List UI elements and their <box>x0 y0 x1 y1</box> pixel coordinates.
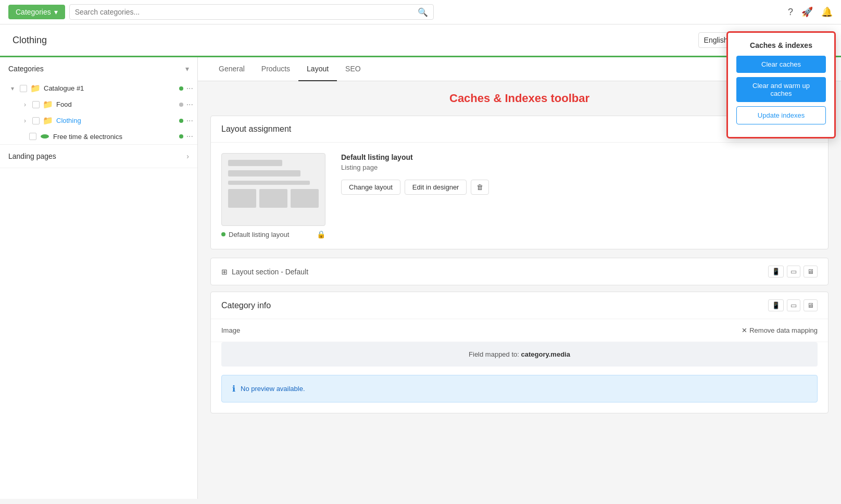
language-label: English <box>704 36 728 44</box>
checkbox-catalogue1[interactable] <box>20 85 27 92</box>
status-dot-food <box>179 103 183 107</box>
page-title: Clothing <box>12 35 47 46</box>
info-icon: ℹ <box>232 384 235 394</box>
folder-icon: 📁 <box>30 83 41 93</box>
sidebar-landing-section: Landing pages › <box>0 145 197 168</box>
categories-label: Categories <box>16 8 51 16</box>
layout-actions: Change layout Edit in designer 🗑 <box>341 180 818 195</box>
sidebar-categories-label: Categories <box>8 65 44 73</box>
grid-icon: ⊞ <box>221 268 228 276</box>
search-input[interactable] <box>75 5 418 19</box>
tree-label-clothing: Clothing <box>56 117 176 124</box>
preview-bar-1 <box>228 160 282 166</box>
folder-icon-clothing: 📁 <box>43 116 53 125</box>
expand-btn-clothing[interactable]: › <box>21 117 29 124</box>
layout-assignment-content: Default listing layout 🔒 Default listing… <box>221 153 818 238</box>
update-indexes-button[interactable]: Update indexes <box>736 106 826 124</box>
field-mapped-area: Field mapped to: category.media <box>221 342 818 367</box>
tree-label-catalogue1: Catalogue #1 <box>44 84 176 92</box>
tab-general[interactable]: General <box>210 57 253 81</box>
status-dot-free-electronics <box>179 134 183 138</box>
tree-label-food: Food <box>56 100 176 108</box>
category-info-card: Category info 📱 ▭ 🖥 Image ✕ Remove data … <box>210 292 829 413</box>
chevron-right-icon: › <box>186 152 189 160</box>
image-row: Image ✕ Remove data mapping <box>211 319 828 342</box>
status-circle-icon <box>41 134 49 138</box>
preview-block-2 <box>259 189 287 208</box>
category-info-title: Category info <box>221 301 271 310</box>
caches-popup: Caches & indexes Clear caches Clear and … <box>726 31 836 138</box>
more-btn-free-electronics[interactable]: ··· <box>186 132 193 141</box>
tree-item-food[interactable]: › 📁 Food ··· <box>0 96 197 112</box>
preview-bar-3 <box>228 181 310 185</box>
main-layout: Categories ▾ ▾ 📁 Catalogue #1 ··· › 📁 Fo… <box>0 57 841 499</box>
tab-layout[interactable]: Layout <box>298 57 337 81</box>
expand-btn-catalogue1[interactable]: ▾ <box>8 85 17 92</box>
no-preview-area: ℹ No preview available. <box>221 375 818 402</box>
layout-section-header: ⊞ Layout section - Default 📱 ▭ 🖥 <box>210 258 829 285</box>
expand-btn-food[interactable]: › <box>21 101 29 108</box>
top-right-icons: ? 🚀 🔔 <box>788 6 833 18</box>
delete-layout-button[interactable]: 🗑 <box>471 180 489 195</box>
help-button[interactable]: ? <box>788 7 793 18</box>
sidebar-categories-section: Categories ▾ ▾ 📁 Catalogue #1 ··· › 📁 Fo… <box>0 57 197 145</box>
field-mapped-text: Field mapped to: <box>469 350 521 358</box>
change-layout-button[interactable]: Change layout <box>341 180 400 195</box>
x-icon: ✕ <box>742 326 747 334</box>
more-btn-catalogue1[interactable]: ··· <box>186 84 193 93</box>
mobile-icon-btn[interactable]: 📱 <box>768 266 784 278</box>
layout-info-subtitle: Listing page <box>341 163 818 171</box>
folder-icon-food: 📁 <box>43 99 53 109</box>
layout-preview: Default listing layout 🔒 <box>221 153 325 238</box>
device-icons-2: 📱 ▭ 🖥 <box>768 299 818 311</box>
tablet-icon-btn[interactable]: ▭ <box>787 266 800 278</box>
checkbox-food[interactable] <box>32 101 40 108</box>
more-btn-food[interactable]: ··· <box>186 100 193 109</box>
bell-icon: 🔔 <box>821 6 833 18</box>
tree-item-catalogue1[interactable]: ▾ 📁 Catalogue #1 ··· <box>0 80 197 96</box>
green-dot-icon <box>221 232 225 236</box>
mobile-icon-btn-2[interactable]: 📱 <box>768 299 784 311</box>
layout-assignment-body: Default listing layout 🔒 Default listing… <box>211 143 828 249</box>
categories-dropdown-btn[interactable]: Categories ▾ <box>8 5 65 19</box>
remove-mapping-btn[interactable]: ✕ Remove data mapping <box>742 326 818 334</box>
tablet-icon-btn-2[interactable]: ▭ <box>787 299 800 311</box>
tab-seo[interactable]: SEO <box>337 57 369 81</box>
image-label: Image <box>221 326 240 334</box>
checkbox-free-electronics[interactable] <box>29 133 36 140</box>
layout-info: Default listing layout Listing page Chan… <box>341 153 818 195</box>
sidebar: Categories ▾ ▾ 📁 Catalogue #1 ··· › 📁 Fo… <box>0 57 198 499</box>
desktop-icon-btn[interactable]: 🖥 <box>804 266 818 278</box>
more-btn-clothing[interactable]: ··· <box>186 116 193 125</box>
notifications-button[interactable]: 🔔 <box>821 6 833 18</box>
trash-icon: 🗑 <box>476 183 483 191</box>
layout-label: Default listing layout 🔒 <box>221 230 325 238</box>
chevron-down-icon: ▾ <box>185 65 189 73</box>
top-bar: Categories ▾ 🔍 ? 🚀 🔔 <box>0 0 841 24</box>
clear-caches-button[interactable]: Clear caches <box>736 56 826 73</box>
field-value: category.media <box>521 350 570 358</box>
page-header: Clothing English ▾ Cancel Save <box>0 24 841 57</box>
remove-mapping-text: Remove data mapping <box>749 326 818 334</box>
caches-popup-title: Caches & indexes <box>736 41 826 49</box>
tree-item-free-electronics[interactable]: Free time & electronics ··· <box>0 129 197 144</box>
sidebar-landing-label: Landing pages <box>8 152 56 160</box>
chevron-down-icon: ▾ <box>54 8 58 16</box>
layout-info-title: Default listing layout <box>341 153 818 161</box>
sidebar-categories-header[interactable]: Categories ▾ <box>0 57 197 80</box>
sidebar-landing-header[interactable]: Landing pages › <box>0 145 197 168</box>
desktop-icon-btn-2[interactable]: 🖥 <box>804 299 818 311</box>
layout-section-label: Layout section - Default <box>232 268 308 276</box>
checkbox-clothing[interactable] <box>32 117 40 124</box>
preview-blocks-row <box>228 189 319 208</box>
rocket-button[interactable]: 🚀 <box>801 6 813 18</box>
rocket-icon: 🚀 <box>801 6 813 18</box>
edit-in-designer-button[interactable]: Edit in designer <box>405 180 467 195</box>
help-icon: ? <box>788 7 793 18</box>
clear-warm-up-button[interactable]: Clear and warm up caches <box>736 77 826 102</box>
tab-products[interactable]: Products <box>253 57 298 81</box>
status-dot-catalogue1 <box>179 86 183 91</box>
status-dot-clothing <box>179 119 183 123</box>
layout-section-title: ⊞ Layout section - Default <box>221 268 308 276</box>
tree-item-clothing[interactable]: › 📁 Clothing ··· <box>0 112 197 129</box>
